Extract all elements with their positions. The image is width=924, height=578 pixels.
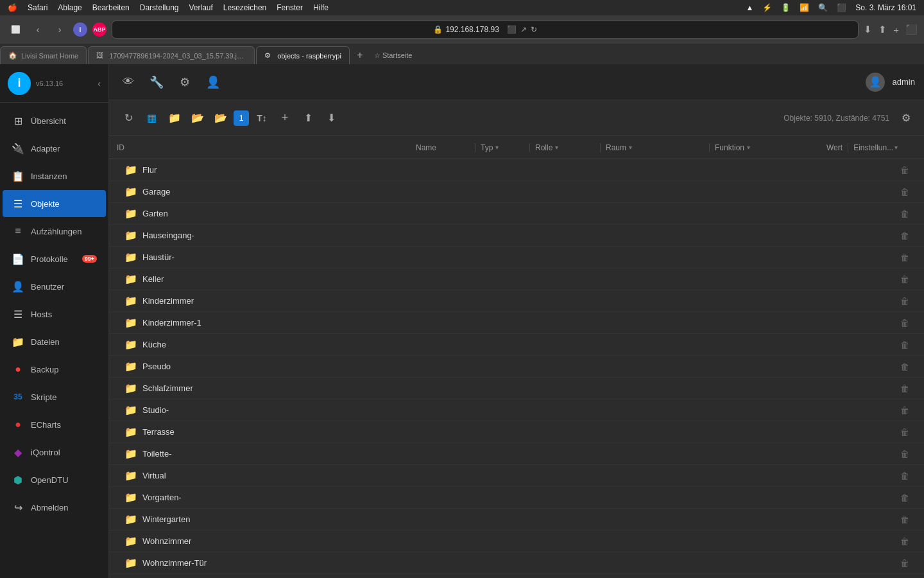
sidebar-item-dateien[interactable]: 📁 Dateien: [3, 328, 106, 355]
upload-button[interactable]: ⬆: [298, 108, 318, 128]
delete-button[interactable]: 🗑: [896, 186, 913, 198]
config-button[interactable]: ⚙: [175, 72, 195, 92]
table-view-button[interactable]: ▦: [141, 108, 162, 128]
share-btn-icon[interactable]: ⬆: [878, 24, 887, 35]
download-icon[interactable]: ⬇: [864, 24, 872, 35]
address-bar[interactable]: 🔒 192.168.178.93 ⬛ ↗ ↻: [112, 21, 859, 39]
forward-button[interactable]: ›: [51, 21, 68, 38]
row-id-cell: 📁 Vorgarten-: [109, 491, 411, 504]
user-avatar: 👤: [866, 73, 885, 92]
delete-button[interactable]: 🗑: [896, 535, 913, 548]
new-tab-plus[interactable]: +: [893, 24, 899, 35]
table-row: 📁 Vorgarten- 🗑: [109, 487, 924, 509]
delete-button[interactable]: 🗑: [896, 491, 913, 504]
col-header-typ[interactable]: Typ ▾: [475, 143, 529, 152]
add-object-button[interactable]: +: [275, 108, 295, 128]
delete-button[interactable]: 🗑: [896, 273, 913, 286]
wifi-icon: 📶: [800, 3, 809, 12]
text-format-button[interactable]: T↕: [252, 108, 272, 128]
fenster-menu[interactable]: Fenster: [277, 3, 303, 12]
verlauf-menu[interactable]: Verlauf: [189, 3, 212, 12]
browser-tab-2[interactable]: 🖼 1709477896194-2024_03_03_15.57.39.jpg …: [88, 46, 255, 64]
table-row: 📁 Garage 🗑: [109, 181, 924, 203]
favorites-button[interactable]: ☆ Startseite: [369, 46, 418, 64]
sidebar-item-instanzen[interactable]: 📋 Instanzen: [3, 162, 106, 189]
lesezeichen-menu[interactable]: Lesezeichen: [223, 3, 266, 12]
open-folder-button[interactable]: 📂: [187, 108, 208, 128]
delete-button[interactable]: 🗑: [896, 295, 913, 308]
delete-button[interactable]: 🗑: [896, 513, 913, 526]
folder-view-button[interactable]: 📁: [164, 108, 185, 128]
sidebar-toggle-button[interactable]: ⬜: [6, 22, 24, 37]
col-header-funktion[interactable]: Funktion ▾: [709, 143, 821, 152]
darstellung-menu[interactable]: Darstellung: [140, 3, 179, 12]
share-icon[interactable]: ↗: [520, 25, 527, 34]
download-button[interactable]: ⬇: [321, 108, 341, 128]
delete-button[interactable]: 🗑: [896, 338, 913, 351]
sidebar-item-abmelden[interactable]: ↪ Abmelden: [3, 494, 106, 521]
delete-button[interactable]: 🗑: [896, 404, 913, 417]
sidebar-item-objekte[interactable]: ☰ Objekte: [3, 190, 106, 217]
sidebar-item-hosts[interactable]: ☰ Hosts: [3, 301, 106, 328]
tabs-icon[interactable]: ⬛: [905, 24, 918, 35]
sidebar-item-ubersicht[interactable]: ⊞ Übersicht: [3, 107, 106, 134]
delete-button[interactable]: 🗑: [896, 207, 913, 220]
sidebar-item-skripte[interactable]: 35 Skripte: [3, 383, 106, 410]
control-center-icon[interactable]: ⬛: [837, 3, 846, 12]
skripte-label: Skripte: [31, 392, 56, 402]
col-header-einstellung[interactable]: Einstellun... ▾: [848, 143, 924, 152]
refresh-button[interactable]: ↻: [118, 108, 139, 128]
col-header-rolle[interactable]: Rolle ▾: [529, 143, 600, 152]
sidebar-item-backup[interactable]: ● Backup: [3, 356, 106, 383]
row-delete-col: 🗑: [886, 273, 924, 286]
ext-icon-abp[interactable]: ABP: [92, 22, 107, 37]
browser-tab-3[interactable]: ⚙ objects - raspberrypi: [256, 46, 350, 64]
ablage-menu[interactable]: Ablage: [58, 3, 81, 12]
browser-tab-1[interactable]: 🏠 Livisi Smart Home: [0, 46, 87, 64]
delete-button[interactable]: 🗑: [896, 382, 913, 395]
delete-button[interactable]: 🗑: [896, 426, 913, 439]
echarts-icon: ●: [12, 419, 24, 430]
reload-icon[interactable]: ↻: [531, 25, 537, 34]
delete-button[interactable]: 🗑: [896, 360, 913, 373]
delete-button[interactable]: 🗑: [896, 164, 913, 177]
sidebar-item-echarts[interactable]: ● ECharts: [3, 411, 106, 438]
reader-icon[interactable]: ⬛: [507, 25, 517, 34]
col-header-id: ID: [109, 143, 411, 152]
safari-menu[interactable]: Safari: [28, 3, 47, 12]
sidebar-item-protokolle[interactable]: 📄 Protokolle 99+: [3, 245, 106, 272]
delete-button[interactable]: 🗑: [896, 251, 913, 264]
delete-button[interactable]: 🗑: [896, 317, 913, 329]
table-settings-button[interactable]: ⚙: [897, 109, 915, 127]
table-row: 📁 Keller 🗑: [109, 268, 924, 290]
delete-button[interactable]: 🗑: [896, 557, 913, 570]
apple-icon[interactable]: 🍎: [8, 3, 17, 12]
table-row: 📁 Kinderzimmer-1 🗑: [109, 312, 924, 334]
delete-button[interactable]: 🗑: [896, 469, 913, 482]
delete-button[interactable]: 🗑: [896, 229, 913, 242]
hilfe-menu[interactable]: Hilfe: [313, 3, 329, 12]
badge-button[interactable]: 1: [234, 110, 249, 126]
col-header-raum[interactable]: Raum ▾: [600, 143, 709, 152]
settings-wrench-button[interactable]: 🔧: [146, 72, 167, 92]
ext-icon-1[interactable]: i: [73, 22, 87, 37]
expand-button[interactable]: 📂: [210, 108, 231, 128]
sidebar-item-opendtu[interactable]: ⬢ OpenDTU: [3, 466, 106, 493]
sidebar-item-benutzer[interactable]: 👤 Benutzer: [3, 273, 106, 300]
row-name-label: Wohnzimmer: [142, 536, 191, 546]
folder-icon: 📁: [124, 513, 137, 525]
row-delete-col: 🗑: [886, 295, 924, 308]
new-tab-button[interactable]: +: [351, 46, 369, 64]
tab-label-2: 1709477896194-2024_03_03_15.57.39.jpg 2.…: [109, 52, 246, 60]
sidebar-item-aufzahlungen[interactable]: ≡ Aufzählungen: [3, 218, 106, 245]
sidebar-collapse-button[interactable]: ‹: [98, 78, 101, 89]
bearbeiten-menu[interactable]: Bearbeiten: [92, 3, 130, 12]
search-icon[interactable]: 🔍: [818, 3, 828, 12]
back-button[interactable]: ‹: [30, 21, 46, 38]
sidebar-item-iqontrol[interactable]: ◆ iQontrol: [3, 439, 106, 466]
ubersicht-icon: ⊞: [12, 115, 24, 127]
sidebar-item-adapter[interactable]: 🔌 Adapter: [3, 135, 106, 162]
delete-button[interactable]: 🗑: [896, 448, 913, 460]
user-config-button[interactable]: 👤: [203, 72, 223, 92]
visibility-button[interactable]: 👁: [118, 72, 139, 92]
